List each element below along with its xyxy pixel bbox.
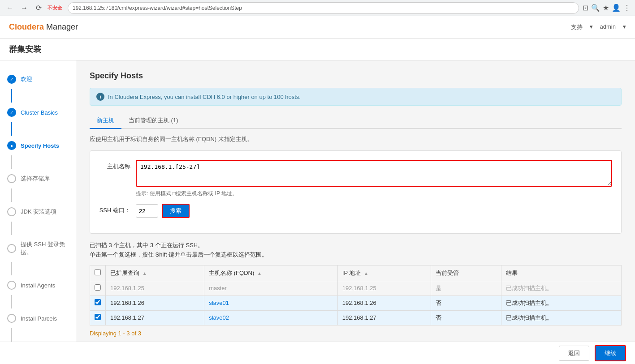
row1-fqdn: master <box>204 281 338 295</box>
th-expand[interactable]: 已扩展查询 ▲ <box>106 265 204 281</box>
row3-checkbox[interactable] <box>95 314 101 320</box>
row2-expand: 192.168.1.26 <box>106 295 204 310</box>
sidebar-item-install-parcels[interactable]: Install Parcels <box>0 308 76 328</box>
back-button[interactable]: 返回 <box>559 346 589 361</box>
row3-fqdn: slave02 <box>204 310 338 325</box>
sidebar-line-6 <box>11 262 12 275</box>
sidebar-item-install-agents[interactable]: Install Agents <box>0 275 76 295</box>
pagination-text: Displaying 1 - 3 of 3 <box>90 330 622 337</box>
fqdn-sort-icon: ▲ <box>257 271 262 276</box>
row2-checkbox[interactable] <box>95 299 101 305</box>
row3-fqdn-link[interactable]: slave02 <box>209 314 229 321</box>
support-link[interactable]: 支持 <box>571 23 583 31</box>
specify-hosts-circle: ● <box>7 141 16 150</box>
table-row: 192.168.1.25 master 192.168.1.25 是 已成功扫描… <box>90 281 622 295</box>
sidebar-welcome-label: 欢迎 <box>21 75 32 83</box>
search-button[interactable]: 搜索 <box>162 204 190 218</box>
th-expand-label: 已扩展查询 <box>110 270 139 276</box>
info-message: In Cloudera Express, you can install CDH… <box>108 94 301 100</box>
sidebar-select-repo-label: 选择存储库 <box>21 175 50 183</box>
sidebar-ssh-label: 提供 SSH 登录凭据。 <box>21 240 69 257</box>
cluster-basics-circle: ✓ <box>7 108 16 117</box>
th-result: 结果 <box>501 265 621 281</box>
hostname-textarea[interactable] <box>136 160 612 187</box>
forward-nav-button[interactable]: → <box>19 3 30 13</box>
table-header-row: 已扩展查询 ▲ 主机名称 (FQDN) ▲ IP 地址 ▲ 当前受管 <box>90 265 622 281</box>
th-fqdn[interactable]: 主机名称 (FQDN) ▲ <box>204 265 338 281</box>
install-parcels-circle <box>7 314 16 323</box>
sidebar: ✓ 欢迎 ✓ Cluster Basics ● Specify Hosts 选择… <box>0 60 76 364</box>
content-area: Specify Hosts i In Cloudera Express, you… <box>76 60 635 364</box>
sidebar-cluster-basics-label: Cluster Basics <box>21 109 58 116</box>
ssh-port-input[interactable] <box>136 204 158 218</box>
ssh-row: 搜索 <box>136 204 190 218</box>
row3-expand: 192.168.1.27 <box>106 310 204 325</box>
sidebar-item-specify-hosts[interactable]: ● Specify Hosts <box>0 136 76 155</box>
sidebar-item-select-repo[interactable]: 选择存储库 <box>0 169 76 188</box>
install-agents-circle <box>7 281 16 290</box>
tab-new-hosts[interactable]: 新主机 <box>90 113 121 129</box>
address-bar[interactable] <box>68 2 579 14</box>
row1-expand: 192.168.1.25 <box>106 281 204 295</box>
row3-managed: 否 <box>431 310 501 325</box>
back-nav-button[interactable]: ← <box>4 3 15 13</box>
browser-chrome: ← → ⟳ 不安全 ⊡ 🔍 ★ 👤 ⋮ <box>0 0 635 16</box>
admin-link[interactable]: admin <box>600 23 616 31</box>
sidebar-line-4 <box>11 188 12 202</box>
scan-result-text: 已扫描 3 个主机，其中 3 个正在运行 SSH。 单击第一个复选框，按住 Sh… <box>90 241 622 260</box>
sidebar-item-cluster-basics[interactable]: ✓ Cluster Basics <box>0 103 76 122</box>
sidebar-jdk-label: JDK 安装选项 <box>21 208 56 216</box>
ssh-port-row: SSH 端口： 搜索 <box>99 204 612 218</box>
admin-arrow: ▾ <box>623 23 626 31</box>
select-all-checkbox[interactable] <box>95 269 101 275</box>
sidebar-install-parcels-label: Install Parcels <box>21 315 57 322</box>
row1-checkbox[interactable] <box>95 284 101 291</box>
menu-icon[interactable]: ⋮ <box>623 4 631 12</box>
zoom-icon[interactable]: 🔍 <box>591 4 600 12</box>
tab-current-hosts[interactable]: 当前管理的主机 (1) <box>121 113 186 129</box>
row3-result: 已成功扫描主机。 <box>501 310 621 325</box>
sidebar-item-jdk-install[interactable]: JDK 安装选项 <box>0 202 76 222</box>
hostname-hint: 提示: 使用模式 □搜索主机名称或 IP 地址。 <box>136 190 612 197</box>
row3-checkbox-cell <box>90 310 106 325</box>
row2-fqdn: slave01 <box>204 295 338 310</box>
select-repo-circle <box>7 174 16 183</box>
sidebar-item-welcome[interactable]: ✓ 欢迎 <box>0 69 76 89</box>
profile-icon[interactable]: 👤 <box>612 4 621 12</box>
row1-managed: 是 <box>431 281 501 295</box>
hostname-field-wrap: 提示: 使用模式 □搜索主机名称或 IP 地址。 <box>136 160 612 197</box>
continue-button[interactable]: 继续 <box>595 345 626 361</box>
tabs: 新主机 当前管理的主机 (1) <box>90 113 622 129</box>
sidebar-item-ssh-credentials[interactable]: 提供 SSH 登录凭据。 <box>0 235 76 262</box>
bookmark-icon[interactable]: ★ <box>603 4 609 12</box>
page-title: 群集安装 <box>9 45 41 54</box>
sidebar-line-5 <box>11 222 12 235</box>
sidebar-line-3 <box>11 155 12 169</box>
translate-icon[interactable]: ⊡ <box>583 4 588 12</box>
page-title-bar: 群集安装 <box>0 39 635 60</box>
info-box: i In Cloudera Express, you can install C… <box>90 88 622 106</box>
hostname-label: 主机名称 <box>99 160 130 171</box>
sidebar-line-7 <box>11 295 12 308</box>
row2-fqdn-link[interactable]: slave01 <box>209 300 229 306</box>
info-icon: i <box>96 93 104 101</box>
th-ip-label: IP 地址 <box>342 270 361 276</box>
th-ip[interactable]: IP 地址 ▲ <box>337 265 431 281</box>
app-logo: Cloudera Manager <box>9 22 78 32</box>
row2-result: 已成功扫描主机。 <box>501 295 621 310</box>
browser-icons: ⊡ 🔍 ★ 👤 ⋮ <box>583 4 631 12</box>
hosts-table: 已扩展查询 ▲ 主机名称 (FQDN) ▲ IP 地址 ▲ 当前受管 <box>90 265 622 325</box>
sidebar-line-1 <box>11 89 12 103</box>
sidebar-specify-hosts-label: Specify Hosts <box>21 142 59 149</box>
sidebar-line-2 <box>11 122 12 136</box>
reload-button[interactable]: ⟳ <box>33 3 44 13</box>
page-footer: 返回 继续 <box>0 342 635 364</box>
security-warning: 不安全 <box>48 4 62 11</box>
form-hint: 应使用主机用于标识自身的同一主机名称 (FQDN) 来指定主机。 <box>90 135 622 143</box>
ssh-cred-circle <box>7 244 16 253</box>
table-row: 192.168.1.27 slave02 192.168.1.27 否 已成功扫… <box>90 310 622 325</box>
section-title: Specify Hosts <box>90 71 622 81</box>
expand-sort-icon: ▲ <box>143 271 147 276</box>
logo-manager: Manager <box>46 22 78 31</box>
welcome-circle: ✓ <box>7 75 16 84</box>
